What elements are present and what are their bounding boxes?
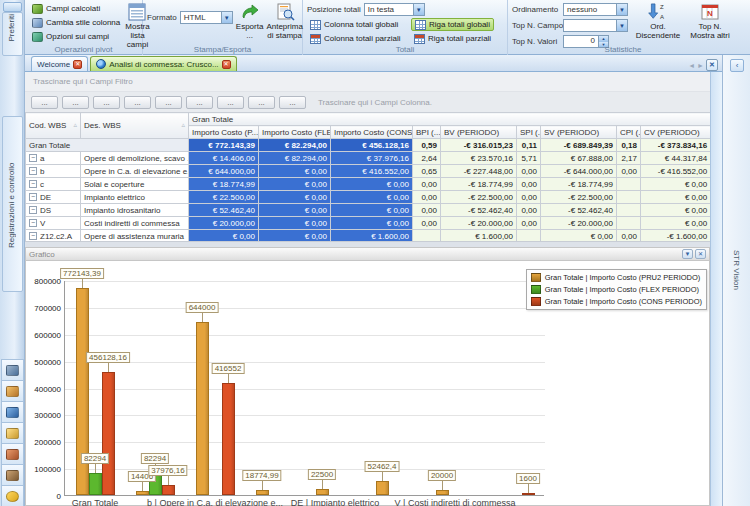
sidebar-module-button[interactable]: [1, 443, 24, 464]
chevron-down-icon[interactable]: ▼: [616, 4, 627, 15]
colonna-totali-globali-button[interactable]: Colonna totali globali: [307, 18, 407, 31]
chevron-down-icon[interactable]: ▼: [616, 20, 627, 31]
formato-select[interactable]: HTML ▼: [180, 11, 233, 24]
collapse-panel-icon[interactable]: ‹: [730, 59, 744, 72]
value-column-header[interactable]: Importo Costo (FLEX ...: [259, 126, 331, 139]
gridline: [65, 415, 545, 416]
value-cell: € 0,00: [331, 191, 413, 204]
collapse-row-icon[interactable]: −: [29, 219, 37, 227]
posizione-totali-select[interactable]: In testa ▼: [364, 3, 425, 16]
value-cell: € 20.000,00: [189, 217, 259, 230]
value-column-header[interactable]: CV (PERIODO): [641, 126, 711, 139]
collapse-row-icon[interactable]: −: [29, 180, 37, 188]
table-row: −cSolai e coperture€ 18.774,99€ 0,00€ 0,…: [26, 178, 711, 191]
pivot-field-button[interactable]: ...: [186, 96, 213, 109]
svg-text:Z: Z: [660, 4, 664, 10]
sidebar-module-button[interactable]: [1, 401, 24, 422]
esporta-button[interactable]: Esporta ...: [236, 2, 264, 42]
ordinamento-label: Ordinamento: [512, 5, 560, 14]
accounting-icon: [6, 449, 19, 460]
value-cell: 0,00: [517, 178, 541, 191]
close-icon[interactable]: ✕: [695, 249, 706, 259]
collapse-row-icon[interactable]: −: [29, 193, 37, 201]
value-cell: 0,18: [617, 139, 641, 152]
value-cell: [617, 204, 641, 217]
pivot-field-button[interactable]: ...: [279, 96, 306, 109]
tab-welcome[interactable]: Welcome ✕: [31, 56, 88, 71]
pin-icon[interactable]: ▼: [682, 249, 693, 259]
colonna-totali-parziali-button[interactable]: Colonna totali parziali: [307, 32, 407, 45]
value-cell: 5,71: [517, 152, 541, 165]
pivot-field-button[interactable]: ...: [93, 96, 120, 109]
cambia-stile-colonna-button[interactable]: Cambia stile colonna: [29, 16, 123, 29]
pivot-field-button[interactable]: ...: [31, 96, 58, 109]
bar-value-label: 456128,16: [86, 352, 130, 363]
collapse-row-icon[interactable]: −: [29, 167, 37, 175]
row-partial-totals-icon: [414, 34, 425, 44]
ordinamento-select[interactable]: nessuno ▼: [563, 3, 628, 16]
collapse-row-icon[interactable]: −: [29, 206, 37, 214]
bar-value-label: 82294: [141, 453, 169, 464]
bar-segment: [376, 481, 389, 495]
riga-totali-globali-button[interactable]: Riga totali globali: [411, 18, 494, 31]
x-axis-category-label: V | Costi indiretti di commessa: [395, 498, 516, 506]
value-cell: € 52.462,40: [189, 204, 259, 217]
sidebar-module-button[interactable]: [1, 422, 24, 443]
vertical-scrollbar[interactable]: [710, 72, 722, 506]
y-axis-tick-label: 500000: [27, 358, 61, 367]
opzioni-sui-campi-button[interactable]: Opzioni sui campi: [29, 30, 123, 43]
ord-discendente-button[interactable]: Z A Ord. Discendente: [632, 2, 684, 49]
legend-label: Gran Totale | Importo Costo (CONS PERIOD…: [545, 297, 702, 306]
bar-value-label: 644000: [186, 302, 219, 313]
bar-value-label: 37976,16: [148, 465, 187, 476]
pivot-field-button[interactable]: ...: [217, 96, 244, 109]
tab-scroll-left-icon[interactable]: ◄: [688, 62, 695, 69]
sidebar-mini-tab[interactable]: [3, 2, 22, 12]
column-header-des-wbs[interactable]: Des. WBS▵: [81, 113, 189, 139]
topn-campo-label: Top N. Campo: [512, 21, 560, 30]
value-cell: -€ 316.015,23: [441, 139, 517, 152]
value-cell: € 0,00: [641, 191, 711, 204]
column-header-cod-wbs[interactable]: Cod. WBS▵: [26, 113, 81, 139]
close-document-icon[interactable]: ✕: [706, 59, 718, 71]
x-axis-category-label: DE | Impianto elettrico: [291, 498, 379, 506]
value-column-header[interactable]: BPI (...: [413, 126, 441, 139]
pivot-field-button[interactable]: ...: [124, 96, 151, 109]
topn-campo-select[interactable]: ▼: [563, 19, 628, 32]
sidebar-module-button[interactable]: [1, 359, 24, 380]
close-icon[interactable]: ✕: [222, 60, 231, 69]
chevron-down-icon[interactable]: ▼: [413, 4, 424, 15]
value-cell: -€ 18.774,99: [441, 178, 517, 191]
pivot-field-button[interactable]: ...: [248, 96, 275, 109]
value-column-header[interactable]: SV (PERIODO): [541, 126, 617, 139]
value-column-header[interactable]: Importo Costo (CONS ...: [331, 126, 413, 139]
sidebar-module-button[interactable]: [1, 464, 24, 485]
tab-scroll-right-icon[interactable]: ►: [697, 62, 704, 69]
value-column-header[interactable]: CPI (...: [617, 126, 641, 139]
campi-calcolati-label: Campi calcolati: [46, 4, 100, 13]
formato-value: HTML: [181, 13, 221, 22]
legend-item: Gran Totale | Importo Costo (PRU2 PERIOD…: [531, 273, 702, 282]
pivot-field-button[interactable]: ...: [62, 96, 89, 109]
sidebar-module-button[interactable]: [1, 380, 24, 401]
tab-analisi-di-commessa[interactable]: Analisi di commessa: Crusco... ✕: [90, 56, 236, 71]
column-group-gran-totale[interactable]: Gran Totale: [189, 113, 711, 126]
close-icon[interactable]: ✕: [73, 60, 82, 69]
sidebar-module-button[interactable]: [1, 485, 24, 506]
pivot-field-button[interactable]: ...: [155, 96, 182, 109]
progress-arrow-icon: [6, 407, 19, 418]
filter-drop-zone[interactable]: Trascinare qui i Campi Filtro: [25, 72, 710, 92]
collapse-row-icon[interactable]: −: [29, 232, 37, 240]
campi-calcolati-button[interactable]: Campi calcolati: [29, 2, 123, 15]
collapse-row-icon[interactable]: −: [29, 154, 37, 162]
chevron-down-icon[interactable]: ▼: [221, 12, 232, 23]
riga-totali-parziali-button[interactable]: Riga totali parziali: [411, 32, 494, 45]
anteprima-di-stampa-button[interactable]: Anteprima di stampa: [266, 2, 302, 42]
group-label-operazioni: Operazioni pivot: [25, 45, 142, 54]
ord-discendente-label: Ord. Discendente: [632, 22, 684, 40]
value-column-header[interactable]: SPI (...: [517, 126, 541, 139]
value-column-header[interactable]: BV (PERIODO): [441, 126, 517, 139]
x-axis-category-label: b | Opere in C.a. di elevazione e...: [147, 498, 283, 506]
value-column-header[interactable]: Importo Costo (P...: [189, 126, 259, 139]
topn-mostra-altri-button[interactable]: N Top N. Mostra altri: [688, 2, 732, 49]
